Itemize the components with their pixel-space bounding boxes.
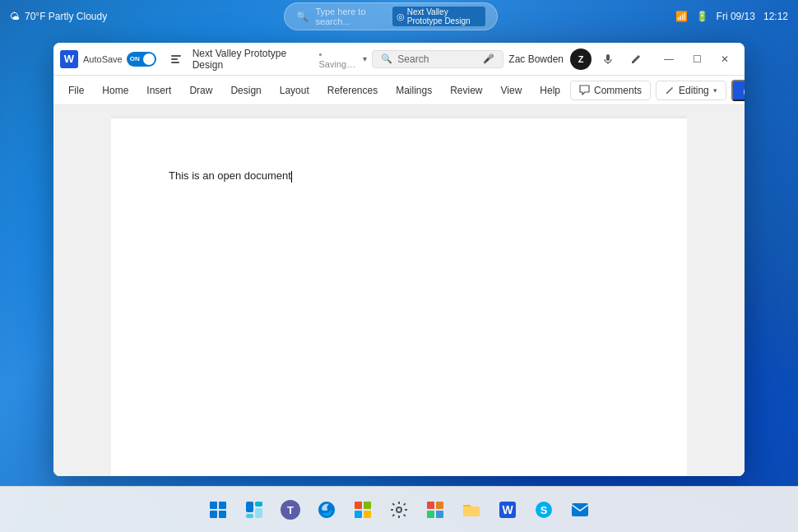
taskbar-edge-button[interactable] xyxy=(310,493,343,526)
mic-icon: 🎤 xyxy=(483,53,494,64)
search-icon: 🔍 xyxy=(296,11,309,22)
svg-rect-6 xyxy=(210,511,217,518)
user-avatar[interactable]: Z xyxy=(570,49,592,70)
battery-icon: 🔋 xyxy=(696,11,708,22)
weather-text: 70°F Partly Cloudy xyxy=(25,11,107,22)
taskbar-settings-button[interactable] xyxy=(383,493,415,526)
menu-references[interactable]: References xyxy=(319,81,386,99)
svg-rect-4 xyxy=(210,502,217,509)
menu-insert[interactable]: Insert xyxy=(138,81,179,99)
minimize-button[interactable]: — xyxy=(656,48,682,71)
menu-bar: File Home Insert Draw Design Layout Refe… xyxy=(53,76,745,105)
wifi-icon: 📶 xyxy=(675,11,688,22)
doc-page-area[interactable]: This is an open document xyxy=(111,105,687,476)
svg-text:S: S xyxy=(541,504,548,516)
taskbar-mail-button[interactable] xyxy=(564,493,596,526)
svg-rect-27 xyxy=(572,503,588,516)
svg-rect-22 xyxy=(436,511,443,518)
menu-right-actions: Comments Editing ▾ Share ▾ xyxy=(570,79,745,102)
doc-page[interactable]: This is an open document xyxy=(111,118,687,476)
user-initial: Z xyxy=(578,54,584,64)
taskbar-office-button[interactable] xyxy=(419,493,452,526)
svg-rect-20 xyxy=(436,502,443,509)
taskbar-file-explorer-button[interactable] xyxy=(455,493,488,526)
menu-layout[interactable]: Layout xyxy=(271,81,318,99)
menu-file[interactable]: File xyxy=(60,81,92,99)
saving-indicator: • Saving… xyxy=(319,49,360,69)
dictate-icon[interactable] xyxy=(596,48,619,71)
menu-view[interactable]: View xyxy=(493,81,531,99)
menu-draw[interactable]: Draw xyxy=(181,81,220,99)
svg-rect-5 xyxy=(219,502,226,509)
svg-rect-8 xyxy=(246,502,253,512)
system-search-placeholder: Type here to search... xyxy=(315,7,378,26)
system-bar: 🌤 70°F Partly Cloudy 🔍 Type here to sear… xyxy=(0,0,798,33)
doc-content: This is an open document xyxy=(169,169,291,182)
svg-rect-1 xyxy=(171,58,178,60)
autosave-section: AutoSave ON xyxy=(83,52,156,67)
title-search[interactable]: 🔍 Search 🎤 xyxy=(372,50,503,68)
weather-icon: 🌤 xyxy=(10,11,20,22)
taskbar-word-button[interactable]: W xyxy=(491,493,524,526)
toggle-on-label: ON xyxy=(130,55,140,62)
autosave-toggle[interactable]: ON xyxy=(127,52,156,67)
editing-chevron: ▾ xyxy=(713,86,717,95)
system-search-bar[interactable]: 🔍 Type here to search... ◎ Next Valley P… xyxy=(284,2,498,30)
svg-point-18 xyxy=(397,507,401,512)
menu-review[interactable]: Review xyxy=(442,81,490,99)
date: Fri 09/13 xyxy=(717,11,755,22)
app-pill-text: Next Valley Prototype Design xyxy=(407,7,482,25)
doc-title: Next Valley Prototype Design xyxy=(193,48,316,71)
edge-icon-pill: ◎ Next Valley Prototype Design xyxy=(392,7,486,26)
date-time[interactable]: Fri 09/13 12:12 xyxy=(717,11,788,22)
taskbar-teams-button[interactable]: T xyxy=(274,493,307,526)
svg-rect-19 xyxy=(427,502,434,509)
svg-rect-15 xyxy=(364,502,371,509)
doc-sidebar-left xyxy=(53,105,111,476)
svg-rect-10 xyxy=(255,508,262,518)
format-toolbar-icon[interactable] xyxy=(165,48,188,71)
toggle-knob xyxy=(143,53,155,65)
taskbar-start-button[interactable] xyxy=(202,493,234,526)
svg-rect-16 xyxy=(355,511,362,518)
editing-button[interactable]: Editing ▾ xyxy=(656,81,726,100)
user-name: Zac Bowden xyxy=(508,53,564,65)
doc-title-area: Next Valley Prototype Design • Saving… ▾ xyxy=(193,48,368,71)
comments-label: Comments xyxy=(594,85,642,96)
svg-rect-21 xyxy=(427,511,434,518)
pen-icon[interactable] xyxy=(624,48,647,71)
search-placeholder: Search xyxy=(397,53,429,65)
title-dropdown-icon[interactable]: ▾ xyxy=(363,54,367,63)
svg-rect-2 xyxy=(171,62,179,63)
taskbar-widgets-button[interactable] xyxy=(238,493,271,526)
svg-text:W: W xyxy=(502,503,513,516)
title-bar: W AutoSave ON Next Valley Prototype Desi… xyxy=(53,43,745,76)
taskbar-skype-button[interactable]: S xyxy=(527,493,560,526)
system-search-area: 🔍 Type here to search... ◎ Next Valley P… xyxy=(107,2,675,30)
svg-rect-0 xyxy=(171,55,181,57)
menu-help[interactable]: Help xyxy=(531,81,568,99)
comments-button[interactable]: Comments xyxy=(570,81,651,100)
word-window: W AutoSave ON Next Valley Prototype Desi… xyxy=(53,43,745,476)
time: 12:12 xyxy=(763,11,788,22)
share-button[interactable]: Share ▾ xyxy=(731,80,745,101)
maximize-button[interactable]: ☐ xyxy=(684,48,710,71)
text-cursor xyxy=(291,171,292,183)
svg-rect-17 xyxy=(364,511,371,518)
weather-widget[interactable]: 🌤 70°F Partly Cloudy xyxy=(10,11,107,22)
close-button[interactable]: ✕ xyxy=(712,48,738,71)
taskbar-store-button[interactable] xyxy=(346,493,379,526)
menu-home[interactable]: Home xyxy=(94,81,137,99)
menu-design[interactable]: Design xyxy=(222,81,269,99)
word-logo: W xyxy=(60,50,78,68)
editing-label: Editing xyxy=(679,85,709,96)
svg-rect-11 xyxy=(246,514,253,518)
svg-rect-7 xyxy=(219,511,226,518)
doc-sidebar-right xyxy=(687,105,745,476)
system-tray: 📶 🔋 Fri 09/13 12:12 xyxy=(675,11,788,22)
document-area: This is an open document xyxy=(53,105,745,476)
svg-rect-14 xyxy=(355,502,362,509)
svg-rect-9 xyxy=(255,502,262,507)
user-area: Zac Bowden Z xyxy=(508,49,592,70)
menu-mailings[interactable]: Mailings xyxy=(387,81,440,99)
